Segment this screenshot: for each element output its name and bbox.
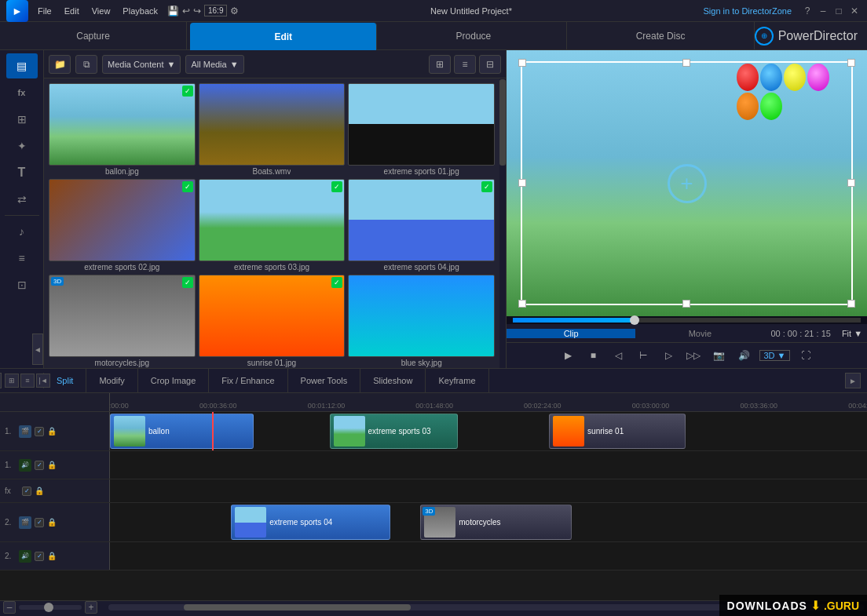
tab-edit[interactable]: Edit — [190, 23, 377, 50]
menu-playback[interactable]: Playback — [123, 6, 158, 16]
sidebar-btn-subtitle[interactable]: ≡ — [6, 246, 38, 271]
media-item-7[interactable]: 3D✓motorcycles.jpg — [49, 275, 196, 367]
fast-forward-btn[interactable]: ▷▷ — [684, 346, 703, 365]
undo-icon[interactable]: ↩ — [182, 5, 190, 16]
tool-keyframe[interactable]: Keyframe — [426, 369, 488, 392]
zoom-in-btn[interactable]: + — [85, 601, 97, 614]
3d-toggle[interactable]: 3D ▼ — [759, 350, 789, 361]
track-1-lock[interactable]: 🔒 — [47, 427, 57, 436]
expand-right[interactable]: ► — [845, 373, 861, 388]
track-1a-lock[interactable]: 🔒 — [47, 461, 57, 469]
sidebar-btn-particles[interactable]: ✦ — [6, 133, 38, 159]
media-item-5[interactable]: ✓extreme sports 03.jpg — [199, 179, 346, 272]
track-2-lock[interactable]: 🔒 — [47, 518, 57, 527]
tool-modify[interactable]: Modify — [86, 369, 137, 392]
sort-btn[interactable]: ⊟ — [479, 55, 501, 74]
track-1-visible[interactable]: ✓ — [35, 427, 44, 436]
tab-clip[interactable]: Clip — [507, 329, 635, 338]
puzzle-btn[interactable]: ⧉ — [75, 55, 97, 74]
handle-ml[interactable] — [518, 179, 526, 187]
timeline-track-btn[interactable]: ≡ — [20, 374, 35, 388]
tab-create-disc[interactable]: Create Disc — [567, 22, 754, 49]
timeline-clip-ballon[interactable]: ballon — [110, 414, 254, 449]
close-button[interactable]: ✕ — [848, 5, 861, 17]
preview-progress-bar[interactable] — [513, 318, 861, 323]
tab-produce[interactable]: Produce — [380, 22, 567, 49]
track-2-video-content[interactable]: extreme sports 043Dmotorcycles — [110, 503, 867, 541]
media-item-6[interactable]: ✓extreme sports 04.jpg — [348, 179, 495, 272]
track-2-audio-content[interactable] — [110, 542, 867, 570]
handle-br[interactable] — [847, 300, 855, 308]
sidebar-btn-title[interactable]: T — [6, 160, 38, 185]
track-1-audio-content[interactable] — [110, 451, 867, 479]
tab-movie[interactable]: Movie — [635, 329, 764, 338]
fullscreen-btn[interactable]: ⛶ — [796, 346, 815, 365]
timeline-clip-extreme-sports-04[interactable]: extreme sports 04 — [231, 505, 390, 540]
menu-file[interactable]: File — [38, 6, 52, 16]
media-item-4[interactable]: ✓extreme sports 02.jpg — [49, 179, 196, 272]
media-filter-dropdown[interactable]: All Media ▼ — [185, 55, 243, 74]
tool-crop[interactable]: Crop Image — [138, 369, 209, 392]
timeline-clip-motorcycles[interactable]: 3Dmotorcycles — [420, 505, 572, 540]
track-2a-lock[interactable]: 🔒 — [47, 552, 57, 560]
list-view-btn[interactable]: ≡ — [454, 55, 476, 74]
snapshot-btn[interactable]: 📷 — [709, 346, 728, 365]
help-button[interactable]: ? — [801, 5, 814, 17]
track-fx-visible[interactable]: ✓ — [22, 487, 31, 496]
prev-frame-btn[interactable]: ◁ — [609, 346, 627, 365]
tool-split[interactable]: Split — [44, 369, 86, 392]
minimize-button[interactable]: – — [817, 5, 829, 17]
sidebar-btn-transition[interactable]: ⇄ — [6, 187, 38, 212]
sidebar-btn-audio[interactable]: ♪ — [6, 219, 38, 244]
next-frame-btn[interactable]: ▷ — [659, 346, 678, 365]
media-item-8[interactable]: ✓sunrise 01.jpg — [199, 275, 346, 367]
sidebar-btn-media[interactable]: ▤ — [6, 53, 38, 78]
media-item-1[interactable]: ✓ballon.jpg — [49, 83, 196, 176]
menu-edit[interactable]: Edit — [64, 6, 79, 16]
tool-slideshow[interactable]: Slideshow — [360, 369, 426, 392]
sign-in-link[interactable]: Sign in to DirectorZone — [704, 6, 792, 16]
play-btn[interactable]: ▶ — [558, 346, 577, 365]
handle-tl[interactable] — [518, 59, 526, 67]
grid-view-btn[interactable]: ⊞ — [429, 55, 451, 74]
redo-icon[interactable]: ↪ — [193, 5, 201, 16]
track-2-visible[interactable]: ✓ — [35, 518, 44, 527]
handle-bm[interactable] — [682, 300, 690, 308]
media-scrollbar[interactable] — [499, 78, 506, 368]
sidebar-collapse[interactable]: ◄ — [32, 334, 43, 365]
save-icon[interactable]: 💾 — [167, 5, 179, 16]
maximize-button[interactable]: □ — [832, 5, 845, 17]
fit-dropdown[interactable]: Fit ▼ — [837, 329, 867, 338]
tab-capture[interactable]: Capture — [0, 22, 187, 49]
sidebar-btn-fx[interactable]: fx — [6, 80, 38, 105]
media-item-2[interactable]: Boats.wmv — [199, 83, 346, 176]
handle-bl[interactable] — [518, 300, 526, 308]
settings-icon[interactable]: ⚙ — [230, 5, 239, 16]
progress-thumb[interactable] — [630, 315, 639, 325]
timeline-scroll-area[interactable]: 1. 🎬 ✓ 🔒 ballonextreme sports 03sunrise … — [0, 412, 867, 600]
sidebar-btn-image[interactable]: ⊡ — [6, 272, 38, 297]
timeline-zoom-btn[interactable]: ⊞ — [5, 374, 19, 388]
track-1a-visible[interactable]: ✓ — [35, 461, 44, 470]
audio-btn[interactable]: 🔊 — [734, 346, 753, 365]
expand-icon[interactable]: ⚙ — [0, 373, 2, 388]
mark-in-btn[interactable]: ⊢ — [634, 346, 653, 365]
handle-tm[interactable] — [682, 59, 690, 67]
import-btn[interactable]: 📁 — [49, 55, 71, 74]
zoom-slider[interactable] — [19, 605, 82, 610]
tool-power[interactable]: Power Tools — [288, 369, 361, 392]
track-fx-lock[interactable]: 🔒 — [35, 487, 44, 495]
add-media-icon[interactable]: + — [668, 164, 707, 203]
media-item-3[interactable]: extreme sports 01.jpg — [348, 83, 495, 176]
aspect-ratio[interactable]: 16:9 — [204, 5, 227, 16]
timeline-clip-sunrise-01[interactable]: sunrise 01 — [549, 414, 686, 449]
tool-fix[interactable]: Fix / Enhance — [209, 369, 287, 392]
media-item-9[interactable]: blue sky.jpg — [348, 275, 495, 367]
timeline-clip-extreme-sports-03[interactable]: extreme sports 03 — [330, 414, 459, 449]
track-2a-visible[interactable]: ✓ — [35, 552, 44, 561]
stop-btn[interactable]: ■ — [583, 346, 602, 365]
handle-mr[interactable] — [847, 179, 855, 187]
handle-tr[interactable] — [847, 59, 855, 67]
track-1-video-content[interactable]: ballonextreme sports 03sunrise 01 — [110, 412, 867, 450]
track-fx-content[interactable] — [110, 479, 867, 502]
